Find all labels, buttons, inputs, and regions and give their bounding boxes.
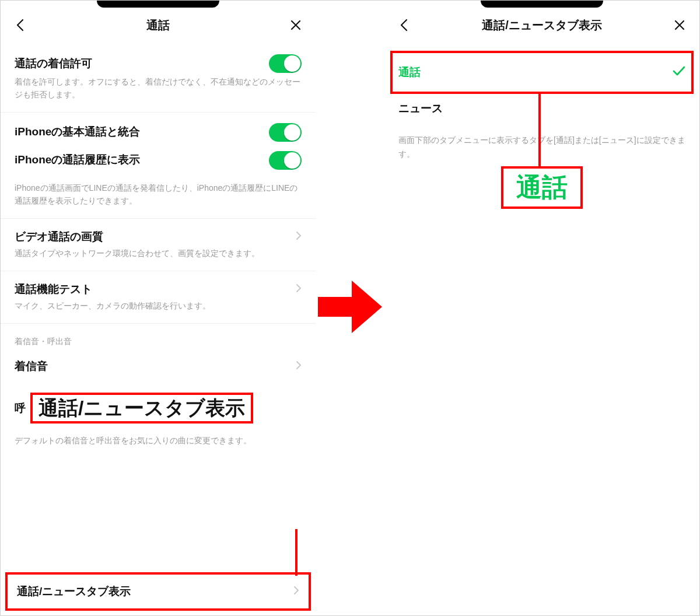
toggle-integrate[interactable] [269, 123, 302, 142]
row-label: iPhoneの通話履歴に表示 [15, 152, 140, 168]
row-callout-annotated: 呼 通話/ニュースタブ表示 [1, 384, 316, 427]
header-bar: 通話/ニュースタブ表示 [384, 9, 699, 44]
left-phone-screen: 通話 通話の着信許可 着信を許可します。オフにすると、着信だけでなく、不在通知な… [1, 1, 316, 615]
section-incoming: 通話の着信許可 着信を許可します。オフにすると、着信だけでなく、不在通知などのメ… [1, 44, 316, 113]
status-bar [1, 1, 316, 9]
option-row-call[interactable]: 通話 [384, 54, 699, 90]
row-label: 通話機能テスト [15, 282, 92, 298]
option-label: ニュース [398, 101, 443, 116]
annotation-box-selected: 通話 [501, 166, 583, 209]
row-ringtone[interactable]: 着信音 [15, 348, 302, 385]
row-subtext: デフォルトの着信音と呼出音をお気に入りの曲に変更できます。 [15, 434, 302, 488]
header-bar: 通話 [1, 9, 316, 44]
toggle-incoming[interactable] [269, 54, 302, 73]
check-icon [673, 66, 685, 79]
annotation-box-label: 通話/ニュースタブ表示 [30, 393, 253, 424]
row-incoming-allow: 通話の着信許可 [15, 44, 302, 75]
transition-arrow [316, 275, 386, 339]
annotation-connector-line [295, 529, 298, 576]
row-call-news-tab-highlight[interactable]: 通話/ニュースタブ表示 [5, 572, 311, 611]
row-label: 通話の着信許可 [15, 56, 92, 72]
option-row-news[interactable]: ニュース [384, 90, 699, 127]
back-button[interactable] [396, 17, 412, 33]
right-phone-screen: 通話/ニュースタブ表示 通話 ニュース 画面下部のタブメニューに表示するタブを[… [384, 1, 699, 615]
section-header-sound: 着信音・呼出音 [1, 324, 316, 348]
annotation-connector-line [538, 94, 541, 169]
row-label: 通話/ニュースタブ表示 [17, 584, 131, 599]
row-subtext: 通話タイプやネットワーク環境に合わせて、画質を設定できます。 [15, 247, 302, 270]
option-description: 画面下部のタブメニューに表示するタブを[通話]または[ニュース]に設定できます。 [384, 127, 699, 162]
row-label: 着信音 [15, 359, 48, 374]
row-integrate: iPhoneの基本通話と統合 [15, 113, 302, 144]
toggle-history[interactable] [269, 151, 302, 170]
status-bar [384, 1, 699, 9]
notch [481, 1, 603, 8]
page-title: 通話 [29, 18, 288, 33]
truncated-prefix: 呼 [15, 401, 26, 416]
close-button[interactable] [671, 17, 688, 33]
toggle-knob [284, 152, 300, 169]
notch [97, 1, 219, 8]
chevron-right-icon [296, 231, 302, 243]
back-button[interactable] [12, 17, 29, 33]
section-footer-sub: デフォルトの着信音と呼出音をお気に入りの曲に変更できます。 [1, 427, 316, 488]
chevron-right-icon [293, 586, 299, 597]
row-video-quality[interactable]: ビデオ通話の画質 [15, 219, 302, 247]
row-subtext: マイク、スピーカー、カメラの動作確認を行います。 [15, 299, 302, 323]
close-icon [290, 19, 302, 31]
chevron-left-icon [399, 19, 410, 32]
screenshot-container: 通話 通話の着信許可 着信を許可します。オフにすると、着信だけでなく、不在通知な… [0, 0, 700, 616]
section-ringtone: 着信音 [1, 348, 316, 385]
row-subtext: iPhoneの通話画面でLINEの通話を発着信したり、iPhoneの通話履歴にL… [15, 172, 302, 218]
row-call-test[interactable]: 通話機能テスト [15, 271, 302, 300]
arrow-right-icon [316, 275, 384, 339]
option-label: 通話 [398, 65, 421, 80]
row-history: iPhoneの通話履歴に表示 [15, 144, 302, 172]
close-icon [674, 19, 685, 31]
toggle-knob [284, 55, 300, 72]
row-label: iPhoneの基本通話と統合 [15, 124, 140, 140]
row-label: ビデオ通話の画質 [15, 229, 103, 245]
section-test: 通話機能テスト マイク、スピーカー、カメラの動作確認を行います。 [1, 271, 316, 324]
section-video: ビデオ通話の画質 通話タイプやネットワーク環境に合わせて、画質を設定できます。 [1, 219, 316, 271]
page-title: 通話/ニュースタブ表示 [412, 18, 671, 33]
close-button[interactable] [288, 17, 304, 33]
chevron-left-icon [15, 19, 26, 32]
row-subtext: 着信を許可します。オフにすると、着信だけでなく、不在通知などのメッセージも拒否し… [15, 75, 302, 112]
chevron-right-icon [296, 360, 302, 372]
toggle-knob [284, 124, 300, 141]
chevron-right-icon [296, 284, 302, 295]
section-iphone: iPhoneの基本通話と統合 iPhoneの通話履歴に表示 iPhoneの通話画… [1, 113, 316, 219]
